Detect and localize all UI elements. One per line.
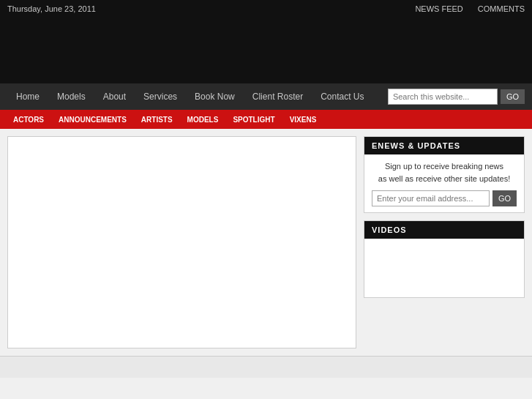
search-area: GO <box>388 89 525 105</box>
top-bar-right: NEWS FEED COMMENTS <box>415 4 525 13</box>
header-banner <box>0 18 532 83</box>
subnav-actors[interactable]: ACTORS <box>7 113 50 127</box>
enews-body: Sign up to receive breaking news as well… <box>364 154 524 212</box>
subnav-announcements[interactable]: ANNOUNCEMENTS <box>53 113 132 127</box>
sub-nav: ACTORS ANNOUNCEMENTS ARTISTS MODELS SPOT… <box>0 110 532 129</box>
enews-text: Sign up to receive breaking news as well… <box>372 160 517 184</box>
subnav-artists[interactable]: ARTISTS <box>135 113 179 127</box>
nav-bar: Home Models About Services Book Now Clie… <box>0 83 532 110</box>
enews-header: ENEWS & UPDATES <box>364 137 524 154</box>
search-input[interactable] <box>388 89 498 105</box>
nav-book-now[interactable]: Book Now <box>186 86 244 108</box>
nav-client-roster[interactable]: Client Roster <box>244 86 312 108</box>
nav-models[interactable]: Models <box>48 86 94 108</box>
nav-services[interactable]: Services <box>135 86 186 108</box>
main-content: ENEWS & UPDATES Sign up to receive break… <box>0 129 532 356</box>
enews-widget: ENEWS & UPDATES Sign up to receive break… <box>364 136 525 213</box>
subnav-models[interactable]: MODELS <box>181 113 225 127</box>
bottom-area <box>0 356 532 378</box>
nav-home[interactable]: Home <box>7 86 48 108</box>
newsfeed-link[interactable]: NEWS FEED <box>415 4 462 13</box>
email-input[interactable] <box>372 190 490 206</box>
top-bar: Thursday, June 23, 2011 NEWS FEED COMMEN… <box>0 0 532 18</box>
left-column <box>7 136 356 348</box>
email-go-button[interactable]: GO <box>492 190 517 206</box>
content-box <box>7 136 356 348</box>
subnav-spotlight[interactable]: SPOTLIGHT <box>227 113 280 127</box>
comments-link[interactable]: COMMENTS <box>478 4 525 13</box>
nav-about[interactable]: About <box>94 86 135 108</box>
right-column: ENEWS & UPDATES Sign up to receive break… <box>364 136 525 348</box>
search-go-button[interactable]: GO <box>501 89 525 104</box>
date-label: Thursday, June 23, 2011 <box>7 4 96 13</box>
nav-contact-us[interactable]: Contact Us <box>312 86 372 108</box>
subnav-vixens[interactable]: VIXENS <box>284 113 323 127</box>
videos-body <box>364 239 524 297</box>
videos-header: VIDEOS <box>364 221 524 239</box>
nav-links: Home Models About Services Book Now Clie… <box>7 86 388 108</box>
enews-form: GO <box>372 190 517 206</box>
videos-widget: VIDEOS <box>364 220 525 298</box>
